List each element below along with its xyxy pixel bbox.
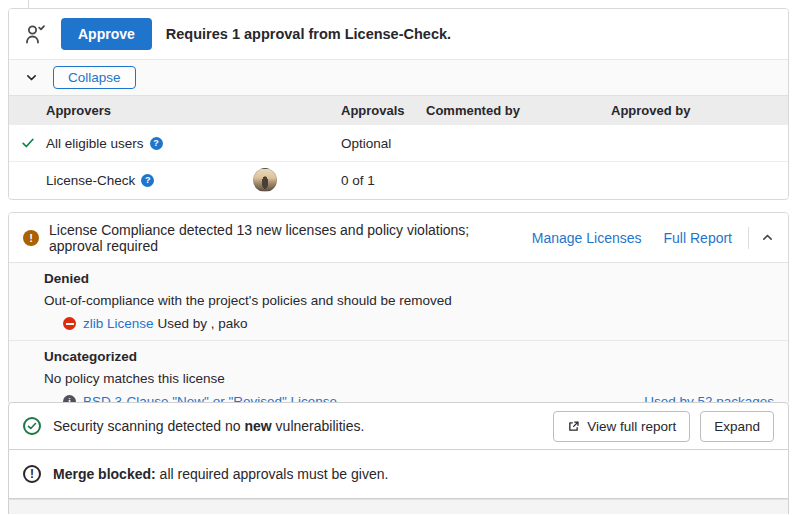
expand-button[interactable]: Expand <box>700 411 774 442</box>
help-icon[interactable]: ? <box>141 174 154 187</box>
approve-button[interactable]: Approve <box>61 18 152 50</box>
full-report-link[interactable]: Full Report <box>664 230 732 246</box>
approver-name: License-Check <box>46 173 135 188</box>
security-report-row: Security scanning detected no new vulner… <box>8 402 789 450</box>
merge-blocked-row: ! Merge blocked: all required approvals … <box>8 450 789 499</box>
user-check-icon <box>23 22 47 46</box>
external-link-icon <box>567 420 580 433</box>
header-commented-by: Commented by <box>426 103 611 118</box>
uncategorized-section-description: No policy matches this license <box>44 369 774 388</box>
license-compliance-summary: License Compliance detected 13 new licen… <box>49 222 500 254</box>
approved-check-icon <box>9 136 46 150</box>
help-icon[interactable]: ? <box>150 137 163 150</box>
uncategorized-section-title: Uncategorized <box>44 347 774 366</box>
chevron-down-icon[interactable] <box>25 71 38 84</box>
manage-licenses-link[interactable]: Manage Licenses <box>532 230 642 246</box>
approver-name: All eligible users <box>46 136 144 151</box>
used-by-text: Used by , pako <box>158 313 248 334</box>
alert-icon: ! <box>23 465 41 483</box>
approval-requirement-text: Requires 1 approval from License-Check. <box>166 26 451 42</box>
timeline-stub <box>28 0 29 8</box>
collapse-row: Collapse <box>9 59 788 95</box>
table-row: License-Check ? 0 of 1 <box>9 161 788 198</box>
license-compliance-report: Denied Out-of-compliance with the projec… <box>9 262 788 405</box>
warning-icon: ! <box>23 230 39 246</box>
table-row: All eligible users ? Optional <box>9 124 788 161</box>
approve-row: Approve Requires 1 approval from License… <box>9 9 788 59</box>
header-approved-by: Approved by <box>611 103 788 118</box>
approvals-widget: Approve Requires 1 approval from License… <box>8 8 789 200</box>
license-link[interactable]: zlib License <box>83 313 154 334</box>
collapsed-section-strip <box>8 499 789 514</box>
denied-icon <box>63 317 76 330</box>
view-full-report-button[interactable]: View full report <box>553 411 690 442</box>
success-check-icon <box>23 417 41 435</box>
security-message: Security scanning detected no new vulner… <box>53 418 364 434</box>
list-item: zlib License Used by , pako <box>44 313 774 334</box>
license-compliance-widget: ! License Compliance detected 13 new lic… <box>8 212 789 405</box>
collapse-button[interactable]: Collapse <box>53 66 136 89</box>
avatar[interactable] <box>253 168 277 192</box>
denied-section-title: Denied <box>44 269 774 288</box>
merge-blocked-message: Merge blocked: all required approvals mu… <box>53 466 388 482</box>
divider <box>9 340 788 341</box>
denied-section-description: Out-of-compliance with the project's pol… <box>44 291 774 310</box>
divider <box>748 227 749 249</box>
approvers-table-header: Approvers Approvals Commented by Approve… <box>9 95 788 124</box>
merge-status-widget: Security scanning detected no new vulner… <box>8 402 789 515</box>
header-approvers: Approvers <box>46 103 341 118</box>
approvals-value: 0 of 1 <box>341 173 426 188</box>
license-compliance-header: ! License Compliance detected 13 new lic… <box>9 213 788 262</box>
header-approvals: Approvals <box>341 103 426 118</box>
approvals-value: Optional <box>341 136 426 151</box>
chevron-up-icon[interactable] <box>761 231 774 244</box>
